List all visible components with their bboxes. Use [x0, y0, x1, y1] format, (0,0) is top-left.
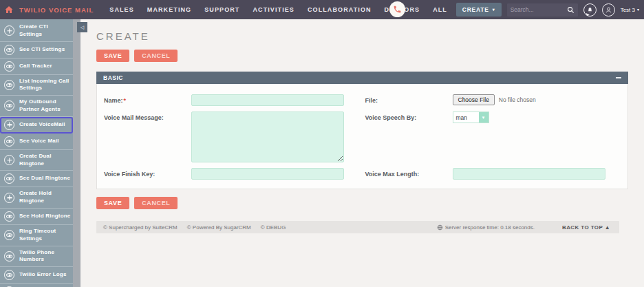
- no-file-chosen-text: No file chosen: [499, 96, 536, 103]
- sidebar-item-label: Create VoiceMail: [19, 121, 65, 129]
- user-menu[interactable]: Test 3 ▾: [621, 7, 639, 13]
- choose-file-button[interactable]: Choose File: [453, 94, 495, 105]
- search-icon[interactable]: [567, 6, 575, 14]
- cancel-button[interactable]: CANCEL: [134, 50, 178, 62]
- plus-icon: [4, 193, 14, 203]
- sidebar-item-label: Create Hold Ringtone: [19, 190, 71, 205]
- eye-icon: [4, 80, 14, 90]
- globe-icon: [437, 224, 443, 231]
- sidebar-item-label: See CTI Settings: [19, 46, 65, 54]
- sidebar-item[interactable]: Create Dual Ringtone: [0, 150, 73, 171]
- sidebar-item[interactable]: See Hold Ringtone: [0, 209, 73, 225]
- phone-icon[interactable]: [389, 1, 405, 17]
- required-marker: *: [124, 97, 127, 104]
- eye-icon: [4, 211, 14, 222]
- sidebar-item[interactable]: Create CTI Settings: [0, 21, 73, 42]
- nav-item[interactable]: SALES: [109, 6, 134, 13]
- bottom-action-buttons: SAVE CANCEL: [96, 197, 628, 209]
- brand-title[interactable]: TWILIO VOICE MAIL: [19, 6, 94, 14]
- chevron-down-icon: ▾: [493, 8, 495, 12]
- nav-item[interactable]: SUPPORT: [204, 6, 239, 13]
- plus-icon: [4, 25, 14, 36]
- home-icon[interactable]: [5, 6, 13, 14]
- cancel-button-bottom[interactable]: CANCEL: [134, 197, 178, 209]
- voice-speech-by-label: Voice Speech By:: [365, 111, 453, 121]
- eye-icon: [4, 251, 14, 262]
- eye-icon: [4, 61, 14, 72]
- sidebar-item[interactable]: Create VoiceMail: [0, 117, 73, 134]
- nav-item[interactable]: ACTIVITIES: [253, 6, 294, 13]
- footer-bar: © Supercharged by SuiteCRM© Powered By S…: [96, 221, 619, 233]
- selected-value: man: [453, 112, 479, 123]
- sidebar-collapse-button[interactable]: ◁: [77, 22, 87, 32]
- eye-icon: [4, 230, 14, 240]
- navbar-right-group: CREATE ▾ Test 3 ▾: [456, 0, 639, 19]
- search-input[interactable]: [511, 6, 567, 13]
- create-dropdown-button[interactable]: CREATE ▾: [456, 3, 502, 17]
- back-to-top-link[interactable]: BACK TO TOP ▲: [562, 224, 610, 231]
- sidebar-item[interactable]: Ring Timeout Settings: [0, 225, 73, 246]
- search-box: [507, 3, 578, 17]
- basic-panel-header[interactable]: BASIC: [96, 72, 628, 84]
- sidebar: Create CTI Settings See CTI Settings Cal…: [0, 19, 73, 287]
- footer-copyright: © Powered By SugarCRM: [187, 224, 251, 231]
- plus-icon: [4, 120, 14, 130]
- sidebar-item-label: See Hold Ringtone: [19, 213, 71, 220]
- plus-icon: [4, 155, 14, 165]
- sidebar-item[interactable]: My Outbound Partner Agents: [0, 96, 73, 117]
- sidebar-item[interactable]: List Incoming Call Settings: [0, 75, 73, 96]
- sidebar-item-label: See Dual Ringtone: [19, 175, 70, 182]
- eye-icon: [4, 270, 14, 280]
- voice-speech-by-field-row: Voice Speech By: man ▼: [365, 111, 621, 162]
- sidebar-item-label: My Outbound Partner Agents: [19, 98, 71, 114]
- chevron-down-icon: ▼: [479, 112, 489, 123]
- sidebar-item-label: Create Dual Ringtone: [19, 153, 71, 168]
- nav-item[interactable]: COLLABORATION: [308, 6, 372, 13]
- voice-finish-key-input[interactable]: [191, 168, 344, 180]
- file-field-row: File: Choose File No file chosen: [365, 94, 621, 106]
- save-button[interactable]: SAVE: [96, 50, 129, 62]
- sidebar-scrollbar[interactable]: [73, 19, 80, 287]
- eye-icon: [4, 45, 14, 55]
- user-avatar-icon[interactable]: [602, 3, 615, 17]
- save-button-bottom[interactable]: SAVE: [96, 197, 129, 209]
- server-response-time: Server response time: 0.18 seconds.: [437, 224, 535, 231]
- name-input[interactable]: [191, 94, 344, 106]
- sidebar-item[interactable]: Twilio Error Logs: [0, 267, 73, 284]
- page-title: CREATE: [96, 30, 628, 42]
- nav-item[interactable]: MARKETING: [147, 6, 191, 13]
- chevron-down-icon: ▾: [637, 8, 639, 12]
- eye-icon: [4, 173, 14, 184]
- collapse-panel-icon[interactable]: [616, 77, 621, 78]
- sidebar-item[interactable]: Create Hold Ringtone: [0, 187, 73, 209]
- top-navbar: TWILIO VOICE MAIL SALESMARKETINGSUPPORTA…: [0, 0, 644, 19]
- name-label: Name:: [104, 97, 123, 104]
- sidebar-item[interactable]: See Voice Mail: [0, 134, 73, 150]
- top-action-buttons: SAVE CANCEL: [96, 50, 628, 62]
- footer-copyrights: © Supercharged by SuiteCRM© Powered By S…: [103, 224, 437, 231]
- voice-mail-message-textarea[interactable]: [191, 111, 344, 162]
- nav-item[interactable]: ALL: [433, 6, 447, 13]
- sidebar-item-label: Twilio Phone Numbers: [19, 249, 71, 264]
- basic-panel: BASIC Name:* File: Choose File No file c…: [96, 72, 628, 189]
- voice-speech-by-select[interactable]: man ▼: [453, 111, 489, 123]
- sidebar-item[interactable]: LOGGER: [0, 284, 73, 287]
- footer-copyright: © Supercharged by SuiteCRM: [103, 224, 178, 231]
- name-field-row: Name:*: [104, 94, 360, 106]
- sidebar-item[interactable]: See Dual Ringtone: [0, 171, 73, 187]
- eye-icon: [4, 136, 14, 147]
- sidebar-item[interactable]: Call Tracker: [0, 59, 73, 75]
- voice-max-length-label: Voice Max Length:: [365, 168, 453, 178]
- sidebar-item-label: Ring Timeout Settings: [19, 228, 71, 243]
- voice-max-length-input[interactable]: [453, 168, 605, 180]
- notifications-bell-icon[interactable]: [583, 3, 597, 17]
- sidebar-item-label: List Incoming Call Settings: [19, 78, 71, 93]
- sidebar-item-label: Create CTI Settings: [19, 23, 71, 39]
- sidebar-item[interactable]: Twilio Phone Numbers: [0, 246, 73, 268]
- basic-panel-body: Name:* File: Choose File No file chosen …: [96, 84, 628, 189]
- voice-mail-message-field-row: Voice Mail Message:: [104, 111, 360, 162]
- sidebar-item[interactable]: See CTI Settings: [0, 42, 73, 59]
- eye-icon: [4, 100, 14, 111]
- main-content: ◁ CREATE SAVE CANCEL BASIC Name:* File:: [80, 19, 644, 287]
- sidebar-item-label: Twilio Error Logs: [19, 271, 67, 279]
